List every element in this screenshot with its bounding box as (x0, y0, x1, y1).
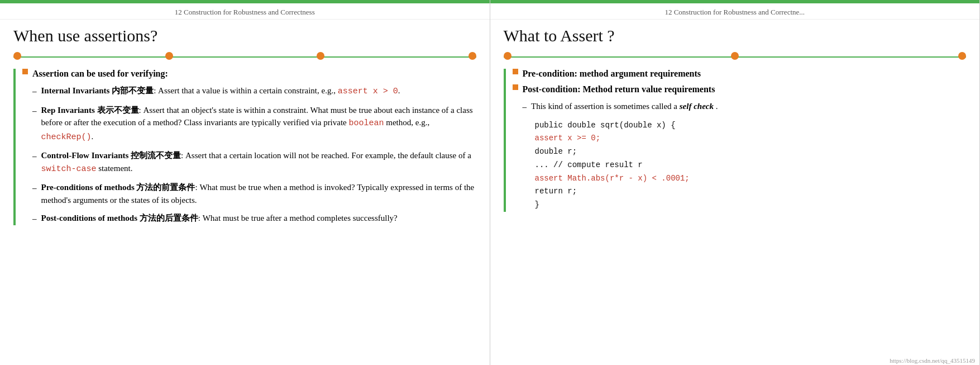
bullet-precondition-text: Pre-condition: method argument requireme… (523, 69, 701, 79)
item-1-content: Internal Invariants 内部不变量: Assert that a… (41, 84, 476, 98)
timeline-dot-r1 (504, 52, 511, 60)
slide-title-left: When use assertions? (0, 20, 490, 50)
slide-header-left: 12 Construction for Robustness and Corre… (0, 3, 490, 20)
code-line-7: } (535, 198, 967, 212)
postcondition-sub: – This kind of assertion is sometimes ca… (523, 100, 967, 113)
item-3-text1: : Assert that a certain location will no… (181, 151, 471, 160)
dash-icon-5: – (32, 212, 37, 225)
code-line-4: ... // compute result r (535, 159, 967, 172)
item-5-text1: : What must be true after a method compl… (198, 214, 398, 222)
bullet-square-icon-r2 (513, 84, 518, 90)
bullet-postcondition-text: Post-condition: Method return value requ… (523, 84, 715, 94)
bullet-main-item: Assertion can be used for verifying: (22, 69, 476, 79)
item-3-code1: switch-case (41, 164, 97, 174)
item-2-text3: . (92, 132, 94, 141)
dash-icon-1: – (32, 85, 37, 98)
self-check-content: This kind of assertion is sometimes call… (531, 100, 966, 113)
timeline-dot-1 (13, 52, 21, 60)
list-item: – Internal Invariants 内部不变量: Assert that… (32, 84, 476, 98)
item-4-label: Pre-conditions of methods 方法的前置条件 (41, 183, 195, 192)
content-border-box-left: Assertion can be used for verifying: – I… (13, 69, 476, 225)
slide-header-right: 12 Construction for Robustness and Corre… (490, 3, 980, 20)
code-line-2: assert x >= 0; (535, 132, 967, 145)
watermark: https://blog.csdn.net/qq_43515149 (490, 356, 980, 365)
timeline-dot-r2 (731, 52, 739, 60)
dash-icon-3: – (32, 150, 37, 163)
slide-content-right: Pre-condition: method argument requireme… (490, 64, 980, 356)
item-1-text1: : Assert that a value is within a certai… (154, 86, 338, 95)
item-4-content: Pre-conditions of methods 方法的前置条件: What … (41, 181, 476, 206)
self-check-item: – This kind of assertion is sometimes ca… (523, 100, 967, 113)
slide-title-right: What to Assert ? (490, 20, 980, 50)
self-check-text1: This kind of assertion is sometimes call… (531, 102, 680, 111)
item-2-code2: checkRep() (41, 132, 92, 142)
timeline-dot-4 (469, 52, 476, 60)
dash-icon-4: – (32, 182, 37, 195)
timeline-left (0, 50, 490, 64)
slide-right: 12 Construction for Robustness and Corre… (490, 0, 981, 365)
bullet-main-text: Assertion can be used for verifying: (32, 69, 168, 79)
dash-icon-r1: – (523, 101, 527, 113)
item-1-code1: assert x > 0 (338, 87, 398, 96)
bullet-square-icon (22, 69, 28, 74)
timeline-line-left (13, 56, 476, 58)
item-3-label: Control-Flow Invariants 控制流不变量 (41, 151, 181, 160)
list-item: – Post-conditions of methods 方法的后置条件: Wh… (32, 212, 476, 225)
sub-list: – Internal Invariants 内部不变量: Assert that… (32, 84, 476, 225)
code-line-1: public double sqrt(double x) { (535, 119, 967, 132)
timeline-dot-3 (317, 52, 324, 60)
code-line-6: return r; (535, 185, 967, 198)
item-2-code1: boolean (349, 118, 384, 128)
timeline-dot-r3 (958, 52, 966, 60)
item-3-content: Control-Flow Invariants 控制流不变量: Assert t… (41, 149, 476, 176)
list-item: – Pre-conditions of methods 方法的前置条件: Wha… (32, 181, 476, 206)
item-1-text2: . (398, 86, 400, 95)
item-2-content: Rep Invariants 表示不变量: Assert that an obj… (41, 104, 476, 144)
item-2-label: Rep Invariants 表示不变量 (41, 106, 139, 115)
self-check-text2: . (714, 102, 718, 111)
bullet-precondition: Pre-condition: method argument requireme… (513, 69, 967, 79)
list-item: – Control-Flow Invariants 控制流不变量: Assert… (32, 149, 476, 176)
code-block: public double sqrt(double x) { assert x … (535, 119, 967, 212)
timeline-dot-2 (165, 52, 173, 60)
item-2-text2: method, e.g., (384, 118, 430, 127)
code-line-3: double r; (535, 145, 967, 159)
code-line-5: assert Math.abs(r*r - x) < .0001; (535, 172, 967, 186)
self-check-italic: self check (680, 102, 714, 111)
bullet-postcondition: Post-condition: Method return value requ… (513, 84, 967, 94)
item-1-label: Internal Invariants 内部不变量 (41, 86, 154, 95)
item-5-content: Post-conditions of methods 方法的后置条件: What… (41, 212, 476, 225)
item-3-text2: statement. (97, 164, 133, 173)
timeline-right (490, 50, 980, 64)
item-5-label: Post-conditions of methods 方法的后置条件 (41, 214, 198, 222)
slide-left: 12 Construction for Robustness and Corre… (0, 0, 490, 365)
content-border-box-right: Pre-condition: method argument requireme… (504, 69, 967, 212)
list-item: – Rep Invariants 表示不变量: Assert that an o… (32, 104, 476, 144)
slide-content-left: Assertion can be used for verifying: – I… (0, 64, 490, 365)
bullet-square-icon-r1 (513, 69, 518, 74)
dash-icon-2: – (32, 105, 37, 117)
